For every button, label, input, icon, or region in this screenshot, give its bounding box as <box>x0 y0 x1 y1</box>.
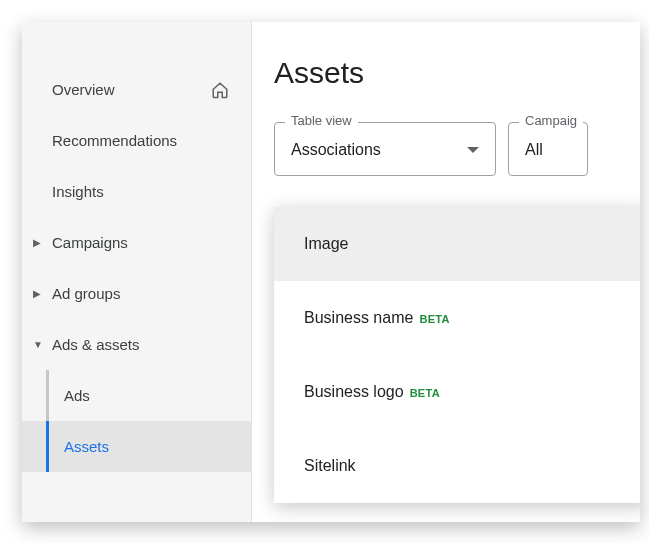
sidebar: Overview Recommendations Insights ▶ Camp… <box>22 22 252 522</box>
sidebar-item-label: Recommendations <box>52 132 177 149</box>
active-rail <box>46 421 49 472</box>
dropdown-item-label: Sitelink <box>304 457 356 475</box>
beta-badge: BETA <box>419 313 449 325</box>
sidebar-item-ads-assets[interactable]: ▼ Ads & assets <box>22 319 251 370</box>
caret-down-icon: ▼ <box>33 339 43 350</box>
dropdown-item-business-logo[interactable]: Business logo BETA <box>274 355 640 429</box>
sidebar-subitem-label: Assets <box>64 438 109 455</box>
main-panel: Assets Table view Associations Image Bus… <box>252 22 640 522</box>
sidebar-item-campaigns[interactable]: ▶ Campaigns <box>22 217 251 268</box>
sidebar-item-recommendations[interactable]: Recommendations <box>22 115 251 166</box>
sidebar-item-label: Overview <box>52 81 115 98</box>
campaign-select[interactable]: Campaig All <box>508 122 588 176</box>
table-view-value: Associations <box>291 141 479 159</box>
sidebar-subitem-ads[interactable]: Ads <box>22 370 251 421</box>
dropdown-item-image[interactable]: Image <box>274 207 640 281</box>
dropdown-item-label: Image <box>304 235 348 253</box>
dropdown-item-label: Business logo <box>304 383 404 401</box>
select-text: Associations <box>291 141 381 159</box>
sidebar-item-ad-groups[interactable]: ▶ Ad groups <box>22 268 251 319</box>
beta-badge: BETA <box>410 387 440 399</box>
sidebar-item-overview[interactable]: Overview <box>22 64 251 115</box>
table-view-select[interactable]: Table view Associations Image Business n… <box>274 122 496 176</box>
sidebar-item-label: Insights <box>52 183 104 200</box>
sidebar-item-label: Campaigns <box>52 234 128 251</box>
caret-right-icon: ▶ <box>33 288 41 299</box>
table-view-legend: Table view <box>285 113 358 128</box>
app-frame: Overview Recommendations Insights ▶ Camp… <box>22 22 640 522</box>
dropdown-item-sitelink[interactable]: Sitelink <box>274 429 640 503</box>
dropdown-item-business-name[interactable]: Business name BETA <box>274 281 640 355</box>
sidebar-subitems: Ads Assets <box>22 370 251 472</box>
dropdown-item-label: Business name <box>304 309 413 327</box>
active-rail <box>46 370 49 421</box>
sidebar-subitem-assets[interactable]: Assets <box>22 421 251 472</box>
page-title: Assets <box>274 56 640 90</box>
filter-row: Table view Associations Image Business n… <box>274 122 640 176</box>
caret-right-icon: ▶ <box>33 237 41 248</box>
campaign-value: All <box>525 141 571 159</box>
sidebar-item-label: Ad groups <box>52 285 120 302</box>
sidebar-subitem-label: Ads <box>64 387 90 404</box>
home-icon <box>211 81 229 99</box>
asset-type-dropdown: Image Business name BETA Business logo B… <box>274 207 640 503</box>
campaign-legend: Campaig <box>519 113 583 128</box>
select-text: All <box>525 141 543 159</box>
chevron-down-icon <box>467 147 479 153</box>
sidebar-item-insights[interactable]: Insights <box>22 166 251 217</box>
sidebar-item-label: Ads & assets <box>52 336 140 353</box>
